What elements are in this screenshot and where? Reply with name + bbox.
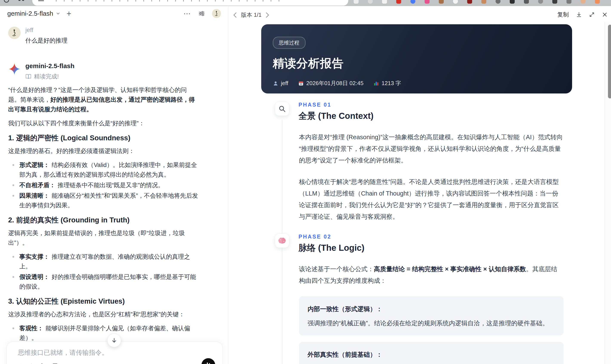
word-count-text: 1213 字 bbox=[382, 79, 401, 87]
phase-meta: PHASE 02脉络 (The Logic) bbox=[299, 234, 365, 254]
calendar-icon bbox=[298, 81, 304, 86]
extension-icon[interactable] bbox=[510, 0, 515, 4]
list-term: 形式逻辑： bbox=[19, 162, 50, 168]
user-avatar[interactable] bbox=[212, 9, 221, 18]
status-text: 精读完成! bbox=[34, 73, 59, 80]
extension-icon[interactable] bbox=[595, 0, 600, 4]
extension-icon[interactable] bbox=[538, 0, 543, 4]
book-icon bbox=[25, 74, 31, 79]
extension-icon[interactable] bbox=[396, 0, 401, 4]
list-term: 客观性： bbox=[19, 325, 43, 332]
assistant-message: gemini-2.5-flash 精读完成! “什么是好的推理？”这是一个涉及逻… bbox=[8, 62, 220, 364]
composer-toolbar bbox=[18, 363, 58, 364]
extension-icon[interactable] bbox=[425, 0, 430, 4]
extension-icon[interactable] bbox=[552, 0, 557, 4]
extension-icon[interactable] bbox=[567, 0, 571, 4]
list-item: 因果清晰：能准确区分“相关性”和“因果关系”，不会轻率地将先后发生的事情归为因果… bbox=[8, 191, 198, 210]
phase-header: PHASE 01全景 (The Context) bbox=[275, 102, 572, 122]
paragraph: 这涉及推理者的心态和方法论，也是区分“杠精”和“思想家”的关键： bbox=[8, 309, 198, 319]
thought-process-badge: 思维过程 bbox=[273, 37, 306, 49]
section-heading: 2. 前提的真实性 (Grounding in Truth) bbox=[8, 215, 198, 225]
extension-icon[interactable] bbox=[524, 0, 529, 4]
copy-button[interactable]: 复制 bbox=[557, 11, 569, 18]
extension-icon[interactable] bbox=[439, 0, 444, 4]
phase-title: 全景 (The Context) bbox=[299, 110, 374, 122]
paragraph: 逻辑再完美，如果前提是错误的，推理也是垃圾（即“垃圾进，垃圾出”）。 bbox=[8, 228, 198, 247]
chat-header: gemini-2.5-flash + ⋯ bbox=[0, 6, 228, 21]
extension-icon[interactable] bbox=[382, 0, 387, 4]
browser-topbar bbox=[0, 0, 611, 6]
dimension-card: 外部真实性（前提基础）：强调推理的“经验校准”。解决“GIGO（垃圾进，垃圾出）… bbox=[299, 342, 563, 364]
version-label: 版本 1/1 bbox=[241, 11, 261, 19]
extension-icon[interactable] bbox=[453, 0, 458, 4]
phase-section: PHASE 01全景 (The Context)本内容是对“推理 (Reason… bbox=[275, 102, 572, 222]
scrollbar-thumb[interactable] bbox=[608, 25, 611, 98]
phase-label: PHASE 02 bbox=[299, 234, 365, 240]
extension-icon[interactable] bbox=[467, 0, 472, 4]
report-title: 精读分析报告 bbox=[273, 56, 560, 71]
list-term: 假设透明： bbox=[19, 273, 50, 280]
extension-icon[interactable] bbox=[368, 0, 373, 4]
next-version-button[interactable] bbox=[265, 12, 270, 18]
extension-icon[interactable] bbox=[481, 0, 486, 4]
bar-chart-icon bbox=[373, 81, 379, 86]
user-avatar bbox=[8, 27, 21, 39]
model-selector[interactable]: gemini-2.5-flash bbox=[7, 10, 53, 17]
report-scrollbar bbox=[605, 22, 611, 364]
chevron-down-icon[interactable] bbox=[56, 11, 60, 16]
attach-plus-button[interactable] bbox=[18, 363, 24, 364]
scroll-to-bottom-button[interactable] bbox=[107, 334, 121, 347]
section-heading: 1. 逻辑的严密性 (Logical Soundness) bbox=[8, 133, 198, 143]
sparkle-tools-button[interactable] bbox=[39, 363, 45, 364]
word-count-meta: 1213 字 bbox=[373, 79, 401, 87]
list-text: 推理链条中不能出现“既是又非”的情况。 bbox=[58, 182, 164, 188]
card-body: 强调推理的“机械正确”。结论必须在给定的规则系统内逻辑自洽，这是推理的硬件基础。 bbox=[308, 318, 555, 328]
extension-icon[interactable] bbox=[354, 0, 359, 4]
report-meta: jeff 2026年01月08日 02:45 121 bbox=[273, 79, 560, 87]
paragraph: 这是推理的基石。好的推理必须遵循逻辑法则： bbox=[8, 146, 198, 156]
composer-placeholder[interactable]: 思维接口已就绪，请传输指令。 bbox=[18, 348, 108, 357]
report-panel: 版本 1/1 复制 思维过程 精读分析报告 bbox=[228, 6, 611, 364]
datetime-text: 2026年01月08日 02:45 bbox=[306, 79, 364, 87]
phase-label: PHASE 01 bbox=[299, 102, 374, 108]
list-item: 不自相矛盾：推理链条中不能出现“既是又非”的情况。 bbox=[8, 180, 198, 190]
report-scroll-area: 思维过程 精读分析报告 jeff 2 bbox=[228, 6, 605, 364]
completion-status: 精读完成! bbox=[25, 73, 198, 80]
bookmark-button[interactable] bbox=[52, 363, 58, 364]
message-author: gemini-2.5-flash bbox=[25, 62, 198, 70]
list-item: 假设透明：好的推理会明确指明哪些是已知事实，哪些是基于可能的假设。 bbox=[8, 272, 198, 291]
extension-icon[interactable] bbox=[496, 0, 501, 4]
report-phases: PHASE 01全景 (The Context)本内容是对“推理 (Reason… bbox=[261, 102, 572, 364]
paragraph: 核心情境在于解决“思考的随意性”问题。不论是人类通过批判性思维进行决策，还是大语… bbox=[299, 176, 563, 222]
paragraph: 该论述基于一个核心公式：高质量结论 = 结构完整性 × 事实准确性 × 认知自律… bbox=[299, 263, 563, 286]
phase-section: PHASE 02脉络 (The Logic)该论述基于一个核心公式：高质量结论 … bbox=[275, 234, 572, 364]
author-meta: jeff bbox=[273, 80, 288, 87]
download-icon[interactable] bbox=[576, 12, 582, 18]
fullscreen-icon[interactable] bbox=[589, 12, 595, 17]
gemini-logo-icon bbox=[8, 63, 21, 75]
dimension-card: 内部一致性（形式逻辑）：强调推理的“机械正确”。结论必须在给定的规则系统内逻辑自… bbox=[299, 296, 563, 335]
voice-input-button[interactable] bbox=[201, 358, 215, 364]
message-author: jeff bbox=[25, 27, 67, 34]
previous-version-button[interactable] bbox=[233, 12, 237, 18]
settings-sliders-icon[interactable] bbox=[198, 10, 205, 17]
list-item: 客观性：能够识别并尽量排除个人偏见（如幸存者偏差、确认偏差）。 bbox=[8, 323, 198, 343]
extension-icon[interactable] bbox=[411, 0, 415, 4]
chat-messages: jeff 什么是好的推理 gemini-2.5-flash bbox=[0, 21, 228, 364]
date-meta: 2026年01月08日 02:45 bbox=[298, 79, 364, 87]
bullet-list: 事实支撑：推理建立在可靠的数据、准确的观测或公认的真理之上。假设透明：好的推理会… bbox=[8, 252, 198, 291]
chat-panel: gemini-2.5-flash + ⋯ bbox=[0, 6, 228, 364]
paragraph: 本内容是对“推理 (Reasoning)”这一抽象概念的高层建模。在知识爆炸与人… bbox=[299, 131, 563, 166]
list-item: 形式逻辑：结构必须有效（Valid）。比如演绎推理中，如果前提全部为真，那么通过… bbox=[8, 160, 198, 179]
app-window: gemini-2.5-flash + ⋯ bbox=[0, 6, 611, 364]
magnifier-icon bbox=[275, 102, 289, 116]
list-term: 因果清晰： bbox=[19, 192, 50, 199]
close-icon[interactable] bbox=[602, 12, 608, 17]
paragraph: “什么是好的推理？”这是一个涉及逻辑学、认知科学和哲学核心的问题。简单来说，好的… bbox=[8, 85, 198, 114]
bullet-list: 形式逻辑：结构必须有效（Valid）。比如演绎推理中，如果前提全部为真，那么通过… bbox=[8, 160, 198, 210]
new-chat-button[interactable]: + bbox=[66, 10, 71, 17]
extension-icon[interactable] bbox=[581, 0, 586, 4]
author-text: jeff bbox=[281, 80, 288, 87]
more-options-button[interactable]: ⋯ bbox=[183, 11, 191, 16]
phase-meta: PHASE 01全景 (The Context) bbox=[299, 102, 374, 122]
